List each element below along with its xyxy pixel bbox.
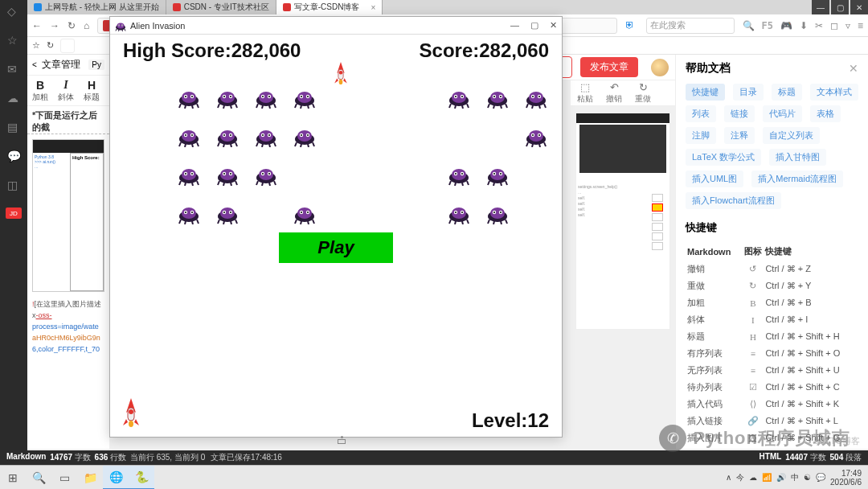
user-avatar[interactable] bbox=[651, 59, 669, 76]
undo-button[interactable]: ↶撤销 bbox=[606, 81, 622, 105]
editor-text-line[interactable]: *下面是运行之后的截 bbox=[27, 106, 109, 134]
help-panel: 帮助文档 ✕ 快捷键目录标题文本样式列表链接代码片表格注脚注释自定义列表LaTe… bbox=[675, 55, 868, 449]
paste-button[interactable]: ⬚粘贴 bbox=[577, 81, 593, 105]
close-icon[interactable]: ✕ bbox=[850, 0, 868, 14]
editor-code-lines[interactable]: ![![在这里插入图片描述在这里插入图片描述 x-oss- process=im… bbox=[27, 297, 109, 356]
tray-volume-icon[interactable]: 🔊 bbox=[776, 473, 786, 482]
help-tag[interactable]: LaTeX 数学公式 bbox=[686, 149, 761, 166]
help-tag[interactable]: 列表 bbox=[686, 105, 716, 122]
rail-star-icon[interactable]: ☆ bbox=[7, 34, 20, 47]
table-row: 插入图片🖼Ctrl / ⌘ + Shift + G bbox=[687, 430, 857, 446]
task-view-icon[interactable]: ▭ bbox=[51, 466, 77, 490]
help-tag[interactable]: 快捷键 bbox=[686, 84, 725, 101]
star-icon[interactable]: ▿ bbox=[845, 20, 850, 31]
rail-grid-icon[interactable]: ◫ bbox=[7, 179, 20, 191]
editor-undo-toolbar: ⬚粘贴 ↶撤销 ↻重做 bbox=[571, 80, 675, 106]
tray-weather-icon[interactable]: ☁ bbox=[749, 473, 757, 482]
alien-fleet bbox=[178, 86, 563, 240]
help-tag[interactable]: 链接 bbox=[724, 105, 755, 122]
nav-forward-icon[interactable]: → bbox=[50, 20, 59, 31]
splitter-handle[interactable] bbox=[334, 436, 350, 446]
help-tag[interactable]: 目录 bbox=[733, 84, 764, 101]
search-task-icon[interactable]: 🔍 bbox=[26, 466, 51, 490]
game-canvas[interactable]: High Score:282,060 Score:282,060 Play Le… bbox=[110, 35, 562, 437]
redo-button[interactable]: ↻重做 bbox=[635, 81, 651, 105]
toolbar-shield-icon[interactable]: ⛨ bbox=[625, 19, 638, 32]
help-tag[interactable]: 插入Flowchart流程图 bbox=[686, 192, 781, 209]
game-maximize-icon[interactable]: ▢ bbox=[530, 20, 538, 31]
start-button[interactable]: ⊞ bbox=[0, 466, 26, 490]
capture-icon[interactable]: ◻ bbox=[830, 20, 838, 31]
bold-button[interactable]: B加粗 bbox=[32, 79, 48, 103]
alien-icon bbox=[216, 125, 239, 147]
close-help-icon[interactable]: ✕ bbox=[849, 62, 858, 75]
help-tag[interactable]: 插入Mermaid流程图 bbox=[751, 171, 843, 187]
high-score-label: High Score:282,060 bbox=[123, 39, 301, 62]
browser-tab-2[interactable]: 写文章-CSDN博客× bbox=[276, 0, 383, 14]
f5-icon[interactable]: F5 bbox=[762, 20, 773, 31]
browser-tab-1[interactable]: CSDN - 专业IT技术社区 bbox=[166, 0, 276, 14]
close-tab-icon[interactable]: × bbox=[371, 3, 375, 12]
nav-back-icon[interactable]: ← bbox=[32, 20, 42, 31]
menu-icon[interactable]: ≡ bbox=[858, 20, 863, 31]
bookmark-slot bbox=[60, 39, 75, 53]
tray-ime-icon[interactable]: 今 bbox=[736, 472, 744, 483]
help-tag[interactable]: 代码片 bbox=[763, 105, 802, 122]
search-icon[interactable]: 🔍 bbox=[743, 20, 755, 31]
help-tag[interactable]: 插入UML图 bbox=[686, 171, 743, 187]
heading-button[interactable]: H标题 bbox=[84, 79, 100, 103]
rail-home-icon[interactable]: ◇ bbox=[7, 5, 20, 18]
minimize-icon[interactable]: — bbox=[812, 0, 829, 14]
tray-network-icon[interactable]: 📶 bbox=[762, 473, 772, 482]
rail-cloud-icon[interactable]: ☁ bbox=[7, 92, 20, 105]
nav-reload-icon[interactable]: ↻ bbox=[68, 20, 76, 31]
help-tag[interactable]: 标题 bbox=[772, 84, 802, 101]
game-close-icon[interactable]: ✕ bbox=[550, 20, 557, 31]
browser-window-controls: — ▢ ✕ bbox=[812, 0, 868, 14]
alien-icon bbox=[293, 125, 316, 147]
format-bar: B加粗 I斜体 H标题 bbox=[27, 76, 109, 106]
folder-icon[interactable]: 📁 bbox=[77, 466, 103, 490]
search-hint[interactable]: Py bbox=[88, 60, 104, 70]
publish-button[interactable]: 发布文章 bbox=[580, 57, 638, 77]
browser-task-icon[interactable]: 🌐 bbox=[103, 466, 129, 490]
maximize-icon[interactable]: ▢ bbox=[831, 0, 849, 14]
search-box[interactable]: 在此搜索 bbox=[646, 18, 735, 34]
bookmark-star-icon[interactable]: ☆ bbox=[32, 40, 40, 51]
play-button[interactable]: Play bbox=[279, 232, 393, 263]
alien-icon bbox=[178, 86, 200, 109]
alien-icon bbox=[448, 202, 470, 224]
nav-home-icon[interactable]: ⌂ bbox=[84, 20, 89, 31]
help-tag[interactable]: 注释 bbox=[724, 127, 755, 144]
tray-settings-icon[interactable]: ☯ bbox=[804, 473, 811, 482]
help-tag[interactable]: 自定义列表 bbox=[763, 127, 820, 144]
cut-icon[interactable]: ✂ bbox=[815, 20, 823, 31]
alien-icon bbox=[486, 163, 509, 186]
status-bar: Markdown 14767 字数 636 行数 当前行 635, 当前列 0 … bbox=[0, 450, 868, 465]
rail-red-icon[interactable]: JD bbox=[6, 208, 22, 219]
game-titlebar[interactable]: Alien Invasion — ▢ ✕ bbox=[110, 17, 562, 35]
rail-doc-icon[interactable]: ▤ bbox=[7, 121, 20, 134]
help-tag[interactable]: 文本样式 bbox=[810, 84, 858, 101]
italic-button[interactable]: I斜体 bbox=[58, 79, 74, 103]
rail-mail-icon[interactable]: ✉ bbox=[7, 63, 20, 76]
download-icon[interactable]: ⬇ bbox=[800, 20, 808, 31]
refresh-small-icon[interactable]: ↻ bbox=[47, 40, 54, 51]
help-tag[interactable]: 注脚 bbox=[686, 127, 716, 144]
python-task-icon[interactable]: 🐍 bbox=[129, 466, 154, 490]
back-icon[interactable]: < bbox=[32, 60, 37, 69]
tray-expand-icon[interactable]: ∧ bbox=[726, 473, 731, 482]
browser-tab-0[interactable]: 上网导航 - 轻快上网 从这里开始 bbox=[27, 0, 166, 14]
tray-lang-icon[interactable]: 中 bbox=[791, 472, 799, 483]
tray-action-icon[interactable]: 💬 bbox=[816, 473, 825, 482]
table-row: 待办列表☑Ctrl / ⌘ + Shift + C bbox=[687, 380, 857, 395]
table-row: 无序列表≡Ctrl / ⌘ + Shift + U bbox=[687, 363, 857, 378]
help-tag[interactable]: 插入甘特图 bbox=[769, 149, 826, 166]
gamepad-icon[interactable]: 🎮 bbox=[780, 20, 792, 31]
rail-chat-icon[interactable]: 💬 bbox=[7, 150, 20, 162]
help-tag[interactable]: 表格 bbox=[810, 105, 841, 122]
alien-icon bbox=[216, 86, 239, 109]
tab-label: 写文章-CSDN博客 bbox=[294, 2, 360, 13]
game-minimize-icon[interactable]: — bbox=[510, 20, 519, 31]
alien-icon bbox=[293, 202, 316, 224]
